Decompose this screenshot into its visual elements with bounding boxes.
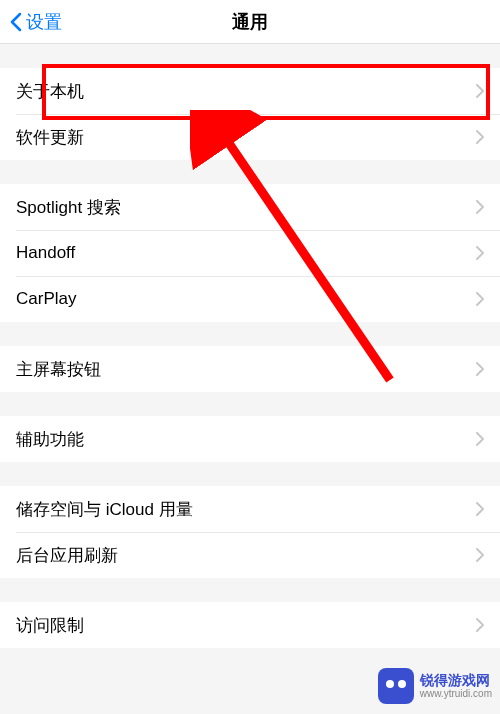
chevron-right-icon: [476, 130, 484, 144]
list-item-label: 辅助功能: [16, 428, 476, 451]
list-item-label: Handoff: [16, 243, 476, 263]
about-item[interactable]: 关于本机: [0, 68, 500, 114]
back-label: 设置: [26, 10, 62, 34]
background-refresh-item[interactable]: 后台应用刷新: [0, 532, 500, 578]
list-group: 访问限制: [0, 602, 500, 648]
chevron-right-icon: [476, 548, 484, 562]
chevron-right-icon: [476, 200, 484, 214]
chevron-left-icon: [10, 12, 22, 32]
chevron-right-icon: [476, 618, 484, 632]
restrictions-item[interactable]: 访问限制: [0, 602, 500, 648]
list-group: 主屏幕按钮: [0, 346, 500, 392]
storage-icloud-item[interactable]: 储存空间与 iCloud 用量: [0, 486, 500, 532]
home-button-item[interactable]: 主屏幕按钮: [0, 346, 500, 392]
spotlight-item[interactable]: Spotlight 搜索: [0, 184, 500, 230]
list-group: 储存空间与 iCloud 用量后台应用刷新: [0, 486, 500, 578]
list-item-label: 软件更新: [16, 126, 476, 149]
list-item-label: 主屏幕按钮: [16, 358, 476, 381]
back-button[interactable]: 设置: [0, 10, 62, 34]
list-group: 关于本机软件更新: [0, 68, 500, 160]
chevron-right-icon: [476, 362, 484, 376]
list-item-label: CarPlay: [16, 289, 476, 309]
handoff-item[interactable]: Handoff: [0, 230, 500, 276]
list-group: 辅助功能: [0, 416, 500, 462]
watermark-url: www.ytruidi.com: [420, 688, 492, 699]
chevron-right-icon: [476, 432, 484, 446]
list-item-label: 储存空间与 iCloud 用量: [16, 498, 476, 521]
list-item-label: Spotlight 搜索: [16, 196, 476, 219]
settings-general-screen: 设置 通用 关于本机软件更新Spotlight 搜索HandoffCarPlay…: [0, 0, 500, 714]
chevron-right-icon: [476, 502, 484, 516]
chevron-right-icon: [476, 292, 484, 306]
navigation-bar: 设置 通用: [0, 0, 500, 44]
chevron-right-icon: [476, 246, 484, 260]
list-item-label: 关于本机: [16, 80, 476, 103]
accessibility-item[interactable]: 辅助功能: [0, 416, 500, 462]
list-item-label: 后台应用刷新: [16, 544, 476, 567]
list-item-label: 访问限制: [16, 614, 476, 637]
watermark-title: 锐得游戏网: [420, 673, 492, 688]
page-title: 通用: [232, 10, 268, 34]
watermark: 锐得游戏网 www.ytruidi.com: [378, 668, 492, 704]
carplay-item[interactable]: CarPlay: [0, 276, 500, 322]
chevron-right-icon: [476, 84, 484, 98]
watermark-logo-icon: [378, 668, 414, 704]
list-group: Spotlight 搜索HandoffCarPlay: [0, 184, 500, 322]
software-update-item[interactable]: 软件更新: [0, 114, 500, 160]
